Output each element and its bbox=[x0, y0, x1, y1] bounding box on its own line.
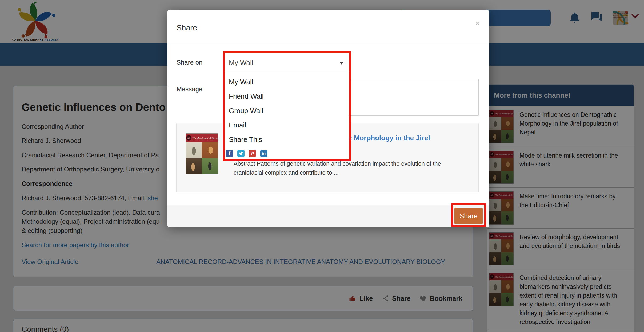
linkedin-icon[interactable]: in bbox=[260, 150, 267, 157]
twitter-icon[interactable] bbox=[237, 150, 245, 157]
option-group-wall[interactable]: Group Wall bbox=[229, 103, 349, 118]
share-on-selected-value: My Wall bbox=[229, 53, 253, 72]
close-icon[interactable]: × bbox=[475, 19, 479, 27]
journal-monogram: AR bbox=[186, 135, 191, 141]
chevron-down-icon bbox=[339, 62, 344, 65]
share-modal-header: Share × bbox=[167, 10, 489, 43]
journal-masthead: The Anatomical Record bbox=[192, 136, 218, 139]
option-friend-wall[interactable]: Friend Wall bbox=[229, 89, 349, 103]
journal-cover-thumbnail: ARThe Anatomical Record bbox=[186, 133, 218, 174]
preview-abstract-text: Abstract Patterns of genetic variation a… bbox=[234, 159, 455, 177]
option-email[interactable]: Email bbox=[229, 118, 349, 132]
share-modal-footer: Share bbox=[167, 205, 489, 227]
share-on-select[interactable]: My Wall bbox=[225, 53, 349, 72]
facebook-icon[interactable]: f bbox=[226, 150, 233, 157]
option-share-this[interactable]: Share This bbox=[229, 132, 349, 147]
share-modal-title: Share bbox=[177, 23, 197, 32]
option-my-wall[interactable]: My Wall bbox=[229, 75, 349, 89]
pinterest-icon[interactable]: P bbox=[249, 150, 256, 157]
share-on-dropdown: My Wall My Wall Friend Wall Group Wall E… bbox=[225, 53, 349, 161]
share-submit-button[interactable]: Share bbox=[454, 208, 483, 224]
share-on-options-list: My Wall Friend Wall Group Wall Email Sha… bbox=[225, 72, 349, 147]
share-on-label: Share on bbox=[177, 59, 202, 66]
screen: MACAO DIGITAL LIBRARY ASSOCIATION "REJEC… bbox=[0, 0, 644, 332]
social-share-row: f P in bbox=[225, 147, 349, 161]
share-modal: Share × Share on Message ARThe Anatomica… bbox=[167, 10, 489, 227]
twitter-bird-icon bbox=[238, 151, 243, 156]
message-label: Message bbox=[177, 85, 202, 93]
